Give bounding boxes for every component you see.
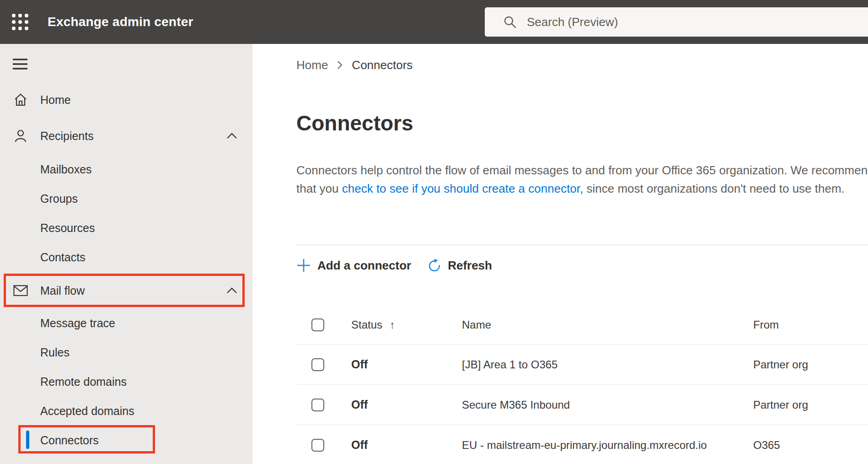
sidebar-item-rules[interactable]: Rules xyxy=(0,338,252,367)
sidebar-item-message-trace[interactable]: Message trace xyxy=(0,308,252,338)
sidebar-item-label: Rules xyxy=(40,346,70,359)
plus-icon xyxy=(296,258,311,273)
sidebar-nav: Home Recipients Mailboxes Groups Resourc… xyxy=(0,85,252,455)
mail-icon xyxy=(13,283,28,298)
row-checkbox[interactable] xyxy=(311,439,324,452)
sidebar-item-groups[interactable]: Groups xyxy=(0,184,252,213)
sidebar-item-home[interactable]: Home xyxy=(0,85,252,114)
sort-ascending-icon: ↑ xyxy=(390,318,395,331)
status-cell: Off xyxy=(351,358,462,371)
table-row[interactable]: Off EU - mailstream-eu-primary.journalin… xyxy=(296,425,868,464)
search-input[interactable] xyxy=(527,15,801,29)
row-checkbox-cell xyxy=(296,399,351,411)
connectors-table: Status ↑ Name From Off [JB] Area 1 to O3… xyxy=(296,301,868,464)
row-checkbox-cell xyxy=(296,439,351,452)
table-row[interactable]: Off Secure M365 Inbound Partner org xyxy=(296,385,868,425)
from-cell: Partner org xyxy=(753,399,868,411)
header-checkbox-cell xyxy=(296,318,351,331)
table-header-row: Status ↑ Name From xyxy=(296,301,868,345)
selected-item-indicator xyxy=(26,431,29,449)
add-connector-label: Add a connector xyxy=(317,259,411,273)
sidebar-item-connectors[interactable]: Connectors xyxy=(0,426,252,455)
sidebar-item-label: Recipients xyxy=(40,129,94,143)
row-checkbox[interactable] xyxy=(311,399,324,411)
topbar: Exchange admin center xyxy=(0,0,868,44)
page-title: Connectors xyxy=(296,111,868,135)
sidebar-item-label: Message trace xyxy=(40,317,115,330)
search-box[interactable] xyxy=(485,7,868,37)
toolbar-divider xyxy=(296,245,868,245)
sidebar-item-accepted-domains[interactable]: Accepted domains xyxy=(0,396,252,426)
sidebar-item-label: Groups xyxy=(40,192,78,205)
chevron-up-icon[interactable] xyxy=(226,132,238,140)
name-cell: EU - mailstream-eu-primary.journaling.mx… xyxy=(462,439,753,452)
sidebar-item-label: Home xyxy=(40,93,71,107)
name-cell: Secure M365 Inbound xyxy=(462,399,753,411)
search-icon xyxy=(503,15,517,29)
nav-collapse-button[interactable] xyxy=(9,54,31,74)
status-cell: Off xyxy=(351,398,462,411)
main-content: Home Connectors Connectors Connectors he… xyxy=(252,44,868,464)
sidebar-item-label: Mailboxes xyxy=(40,163,92,176)
table-row[interactable]: Off [JB] Area 1 to O365 Partner org xyxy=(296,345,868,385)
person-icon xyxy=(13,129,28,143)
page-description: Connectors help control the flow of emai… xyxy=(296,161,868,198)
row-checkbox-cell xyxy=(296,358,351,371)
app-title: Exchange admin center xyxy=(48,0,193,44)
waffle-icon xyxy=(11,12,30,32)
name-cell: [JB] Area 1 to O365 xyxy=(462,358,753,371)
sidebar-item-label: Remote domains xyxy=(40,375,127,388)
add-connector-button[interactable]: Add a connector xyxy=(296,258,411,273)
status-header-label: Status xyxy=(351,318,382,331)
sidebar-item-label: Resources xyxy=(40,221,95,235)
sidebar-item-resources[interactable]: Resources xyxy=(0,213,252,243)
refresh-button[interactable]: Refresh xyxy=(428,259,492,273)
sidebar-item-label: Mail flow xyxy=(40,284,85,297)
breadcrumb-chevron-icon xyxy=(337,60,343,70)
breadcrumb-home[interactable]: Home xyxy=(296,58,328,72)
column-header-status[interactable]: Status ↑ xyxy=(351,318,462,331)
select-all-checkbox[interactable] xyxy=(311,318,324,331)
sidebar-item-mail-flow[interactable]: Mail flow xyxy=(0,276,252,305)
sidebar: Home Recipients Mailboxes Groups Resourc… xyxy=(0,44,252,464)
sidebar-item-label: Contacts xyxy=(40,251,86,264)
status-cell: Off xyxy=(351,438,462,452)
refresh-icon xyxy=(428,259,441,272)
sidebar-item-label: Accepted domains xyxy=(40,405,134,418)
row-checkbox[interactable] xyxy=(311,358,324,371)
breadcrumb: Home Connectors xyxy=(296,58,868,72)
from-cell: Partner org xyxy=(753,358,868,371)
column-header-from[interactable]: From xyxy=(753,318,868,331)
sidebar-item-mailboxes[interactable]: Mailboxes xyxy=(0,155,252,184)
from-cell: O365 xyxy=(753,439,868,452)
app-launcher-button[interactable] xyxy=(9,11,31,33)
description-text-after: since most organizations don't need to u… xyxy=(583,182,845,195)
sidebar-item-remote-domains[interactable]: Remote domains xyxy=(0,367,252,396)
sidebar-item-recipients[interactable]: Recipients xyxy=(0,121,252,151)
breadcrumb-current: Connectors xyxy=(352,58,413,72)
home-icon xyxy=(13,92,28,107)
sidebar-item-contacts[interactable]: Contacts xyxy=(0,243,252,272)
create-connector-check-link[interactable]: check to see if you should create a conn… xyxy=(342,182,584,195)
sidebar-item-label: Connectors xyxy=(40,434,99,447)
column-header-name[interactable]: Name xyxy=(462,318,753,331)
chevron-up-icon[interactable] xyxy=(226,287,238,294)
refresh-label: Refresh xyxy=(448,259,492,273)
hamburger-icon xyxy=(12,58,28,70)
toolbar: Add a connector Refresh xyxy=(296,254,868,276)
